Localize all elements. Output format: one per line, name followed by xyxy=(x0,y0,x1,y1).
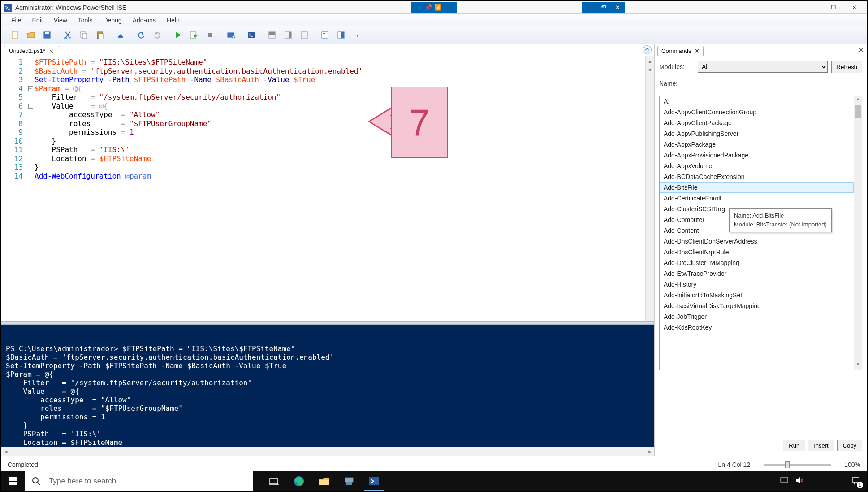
zoom-slider-thumb[interactable] xyxy=(785,461,790,468)
run-button[interactable] xyxy=(170,28,186,42)
command-item[interactable]: Add-CertificateEnroll xyxy=(660,193,854,204)
zoom-slider[interactable] xyxy=(764,464,831,466)
command-item[interactable]: Add-InitiatorIdToMaskingSet xyxy=(660,290,854,300)
menu-addons[interactable]: Add-ons xyxy=(127,15,161,26)
command-item[interactable]: Add-JobTrigger xyxy=(660,311,854,322)
server-manager-taskbar-icon[interactable] xyxy=(337,471,362,491)
name-filter-input[interactable] xyxy=(698,78,862,89)
command-item[interactable]: Add-AppxPackage xyxy=(660,139,854,150)
insert-command-button[interactable]: Insert xyxy=(808,440,834,451)
show-script-pane-top-button[interactable] xyxy=(264,28,280,42)
inner-close-button[interactable]: ✕ xyxy=(610,2,625,13)
edge-taskbar-icon[interactable] xyxy=(286,471,311,491)
show-script-pane-max-button[interactable] xyxy=(296,28,312,42)
command-item[interactable]: Add-AppxProvisionedPackage xyxy=(660,150,854,161)
svg-rect-36 xyxy=(781,478,788,482)
scroll-left-icon[interactable]: ◂ xyxy=(1,448,10,455)
commands-list[interactable]: A:Add-AppvClientConnectionGroupAdd-AppvC… xyxy=(660,96,854,370)
svg-rect-22 xyxy=(341,32,344,38)
svg-rect-1 xyxy=(12,31,17,39)
show-script-pane-right-button[interactable] xyxy=(280,28,296,42)
menu-file[interactable]: File xyxy=(6,15,27,26)
editor-vertical-scrollbar[interactable]: ▴ ▾ xyxy=(645,56,654,321)
taskbar-search[interactable]: Type here to search xyxy=(25,471,253,491)
commands-pane-close-icon[interactable]: ✕ xyxy=(858,46,864,54)
open-button[interactable] xyxy=(23,28,39,42)
command-item[interactable]: Add-BitsFile xyxy=(660,182,854,193)
svg-rect-3 xyxy=(45,32,49,34)
scroll-down-icon[interactable]: ▾ xyxy=(646,65,654,74)
tab-close-icon[interactable]: ✕ xyxy=(49,48,55,54)
command-item[interactable]: A: xyxy=(660,96,854,107)
redo-button[interactable] xyxy=(149,28,165,42)
command-item[interactable]: Add-AppvClientConnectionGroup xyxy=(660,107,854,118)
command-item[interactable]: Add-KdsRootKey xyxy=(660,322,854,333)
refresh-button[interactable]: Refresh xyxy=(831,61,862,73)
code-content[interactable]: $FTPSitePath = "IIS:\Sites\$FTPSiteName"… xyxy=(35,56,654,321)
command-item[interactable]: Add-DtcClusterTMMapping xyxy=(660,257,854,268)
scrollbar-thumb[interactable] xyxy=(855,105,861,118)
run-selection-button[interactable] xyxy=(186,28,202,42)
maximize-button[interactable]: ☐ xyxy=(823,2,844,13)
clear-button[interactable] xyxy=(112,28,129,42)
command-item[interactable]: Add-AppxVolume xyxy=(660,161,854,171)
menu-tools[interactable]: Tools xyxy=(73,15,98,26)
tray-network-icon[interactable] xyxy=(780,477,789,485)
horizontal-splitter[interactable] xyxy=(1,321,654,325)
explorer-taskbar-icon[interactable] xyxy=(311,471,337,491)
scroll-up-icon[interactable]: ▴ xyxy=(854,96,862,104)
new-button[interactable] xyxy=(7,28,23,42)
command-item[interactable]: Add-AppvPublishingServer xyxy=(660,128,854,139)
new-remote-button[interactable] xyxy=(223,28,239,42)
menu-debug[interactable]: Debug xyxy=(98,15,127,26)
toolbar-overflow[interactable]: ▾ xyxy=(349,28,365,42)
command-item[interactable]: Add-History xyxy=(660,279,854,290)
save-button[interactable] xyxy=(39,28,55,42)
scroll-up-icon[interactable]: ▴ xyxy=(646,56,654,65)
commands-scrollbar[interactable]: ▴ ▾ xyxy=(854,96,862,370)
command-item[interactable]: Add-EtwTraceProvider xyxy=(660,268,854,279)
powershell-ise-taskbar-icon[interactable] xyxy=(362,471,387,491)
command-item[interactable]: Add-IscsiVirtualDiskTargetMapping xyxy=(660,300,854,311)
tray-volume-icon[interactable] xyxy=(795,477,803,485)
commands-tab[interactable]: Commands ✕ xyxy=(657,46,704,56)
cut-button[interactable] xyxy=(60,28,76,42)
minimize-button[interactable]: — xyxy=(803,2,823,13)
start-button[interactable] xyxy=(1,471,25,491)
search-icon xyxy=(32,477,41,486)
editor-tab[interactable]: Untitled1.ps1* ✕ xyxy=(4,46,60,56)
undo-button[interactable] xyxy=(133,28,149,42)
script-editor[interactable]: 1234567891011121314 −− $FTPSitePath = "I… xyxy=(1,56,654,321)
command-item[interactable]: Add-AppvClientPackage xyxy=(660,118,854,128)
copy-button[interactable] xyxy=(76,28,92,42)
svg-rect-33 xyxy=(345,478,353,482)
inner-restore-button[interactable]: 🗗 xyxy=(596,2,610,13)
fold-toggle[interactable]: − xyxy=(28,104,33,109)
show-command-button[interactable] xyxy=(317,28,333,42)
stop-button[interactable] xyxy=(202,28,218,42)
menu-bar: File Edit View Tools Debug Add-ons Help xyxy=(1,14,867,26)
run-command-button[interactable]: Run xyxy=(783,440,805,451)
command-item[interactable]: Add-DnsClientNrptRule xyxy=(660,247,854,257)
show-command-addon-button[interactable] xyxy=(333,28,349,42)
inner-minimize-button[interactable]: — xyxy=(582,2,596,13)
scroll-right-icon[interactable]: ▸ xyxy=(645,448,654,455)
notifications-button[interactable]: 1 xyxy=(851,476,860,486)
powershell-button[interactable] xyxy=(243,28,259,42)
commands-tab-close-icon[interactable]: ✕ xyxy=(695,48,700,54)
copy-command-button[interactable]: Copy xyxy=(837,440,862,451)
command-item[interactable]: Add-DnsClientDohServerAddress xyxy=(660,236,854,247)
scroll-down-icon[interactable]: ▾ xyxy=(854,361,862,370)
console-horizontal-scrollbar[interactable]: ◂ ▸ xyxy=(1,447,654,456)
modules-dropdown[interactable]: All xyxy=(698,61,828,73)
console-pane[interactable]: PS C:\Users\administrador> $FTPSitePath … xyxy=(1,325,654,447)
menu-edit[interactable]: Edit xyxy=(27,15,48,26)
collapse-script-pane-button[interactable] xyxy=(643,45,652,54)
paste-button[interactable] xyxy=(92,28,108,42)
task-view-button[interactable] xyxy=(261,471,286,491)
menu-help[interactable]: Help xyxy=(161,15,185,26)
menu-view[interactable]: View xyxy=(48,15,73,26)
close-button[interactable]: ✕ xyxy=(844,2,864,13)
fold-toggle[interactable]: − xyxy=(28,86,33,91)
command-item[interactable]: Add-BCDataCacheExtension xyxy=(660,171,854,182)
